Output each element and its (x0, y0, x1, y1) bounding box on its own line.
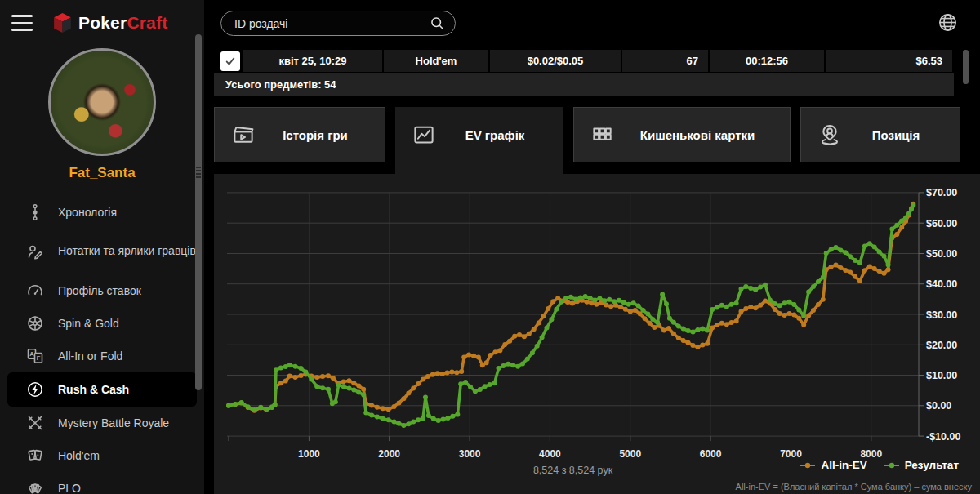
sidebar-item-label: Rush & Cash (58, 383, 129, 396)
tab-bar: Історія гриEV графікКишенькові карткиПоз… (214, 107, 970, 174)
items-total-bar: Усього предметів: 54 (214, 73, 954, 96)
svg-text:-$10.00: -$10.00 (926, 431, 960, 443)
svg-text:4000: 4000 (539, 448, 561, 460)
sidebar-item-label: Hold'em (58, 449, 100, 462)
search-icon[interactable] (429, 15, 446, 32)
sidebar-item-spin-gold[interactable]: Spin & Gold (7, 307, 197, 340)
svg-text:A: A (29, 350, 34, 358)
username: Fat_Santa (0, 165, 204, 181)
scrollbar-grip (196, 165, 201, 178)
sidebar-item-plo[interactable]: PLO (7, 472, 197, 494)
search-input[interactable] (221, 17, 429, 30)
ev-chart-panel: $70.00$60.00$50.00$40.00$30.00$20.00$10.… (214, 174, 980, 494)
svg-text:3000: 3000 (459, 448, 481, 460)
sidebar-menu: ХронологіяНотатки та ярлики гравцівПрофі… (0, 196, 204, 494)
all-in-or-fold-icon: AF (25, 346, 45, 366)
language-globe-icon[interactable] (937, 11, 959, 33)
cell-duration: 00:12:56 (710, 50, 824, 72)
timeline-icon (25, 202, 45, 222)
bet-profile-icon (25, 281, 45, 300)
sidebar-item-mystery-battle-royale[interactable]: Mystery Battle Royale (7, 407, 197, 439)
sidebar-item-all-in-or-fold[interactable]: AFAll-In or Fold (7, 340, 197, 372)
main-content: квіт 25, 10:29Hold'em$0.02/$0.056700:12:… (204, 0, 980, 494)
legend-label: Результат (905, 459, 959, 471)
game-history-icon (231, 122, 256, 147)
search-bar[interactable] (220, 11, 456, 36)
player-notes-icon (25, 242, 45, 261)
svg-text:$50.00: $50.00 (926, 248, 957, 260)
row-checkbox[interactable] (220, 51, 240, 71)
tab-position[interactable]: Позиція (800, 107, 960, 162)
sidebar-item-label: Профіль ставок (58, 284, 141, 297)
hamburger-menu-button[interactable] (11, 13, 34, 33)
spin-gold-icon (25, 314, 45, 333)
tab-game-history[interactable]: Історія гри (214, 107, 385, 162)
plo-icon (25, 478, 45, 494)
pocket-cards-icon (590, 122, 615, 147)
sidebar-item-label: Mystery Battle Royale (58, 416, 169, 429)
position-icon (817, 122, 842, 147)
cell-game-type: Hold'em (384, 50, 488, 72)
svg-text:8000: 8000 (860, 448, 882, 460)
svg-text:2000: 2000 (378, 448, 400, 460)
sidebar-item-bet-profile[interactable]: Профіль ставок (7, 274, 197, 307)
tab-pocket-cards[interactable]: Кишенькові картки (573, 107, 791, 162)
svg-text:6000: 6000 (700, 448, 722, 460)
sidebar-item-label: All-In or Fold (58, 349, 122, 363)
svg-text:$20.00: $20.00 (926, 340, 957, 351)
sidebar-item-label: Spin & Gold (58, 317, 119, 330)
tab-label: Історія гри (256, 128, 385, 142)
holdem-icon (25, 446, 45, 465)
sidebar-item-label: PLO (58, 482, 81, 494)
legend-marker (884, 461, 900, 470)
svg-text:5000: 5000 (619, 448, 641, 460)
svg-text:F: F (37, 354, 41, 362)
legend-item-all-in-ev[interactable]: All-in-EV (800, 459, 866, 471)
logo-text: PokerCraft (78, 13, 167, 33)
sidebar-header: PokerCraft (0, 0, 204, 46)
ev-formula-note: All-in-EV = (Власний капітал * Сума банк… (736, 482, 972, 492)
content-scrollbar[interactable] (963, 50, 969, 84)
sidebar-item-label: Хронологія (58, 206, 117, 219)
tab-ev-graph[interactable]: EV графік (395, 107, 564, 174)
app-root: PokerCraft Fat_Santa ХронологіяНотатки т… (0, 0, 980, 494)
mystery-battle-royale-icon (25, 413, 45, 433)
tab-label: Позиція (842, 128, 960, 142)
cell-date: квіт 25, 10:29 (243, 50, 382, 72)
svg-text:$40.00: $40.00 (926, 278, 957, 290)
cell-winnings: $6.53 (826, 50, 952, 72)
avatar[interactable] (48, 48, 156, 156)
svg-text:$70.00: $70.00 (926, 187, 957, 198)
pokercraft-logo: PokerCraft (52, 12, 167, 34)
svg-text:1000: 1000 (298, 448, 320, 460)
legend-label: All-in-EV (821, 459, 866, 471)
tab-label: Кишенькові картки (615, 128, 790, 142)
sidebar-scrollbar[interactable] (195, 34, 202, 390)
ev-graph-icon (412, 122, 436, 147)
pokercraft-cube-icon (52, 12, 73, 34)
sidebar-item-holdem[interactable]: Hold'em (7, 439, 197, 472)
svg-text:$10.00: $10.00 (926, 370, 957, 381)
ev-chart[interactable]: $70.00$60.00$50.00$40.00$30.00$20.00$10.… (214, 174, 980, 494)
tab-label: EV графік (436, 128, 564, 142)
svg-text:$0.00: $0.00 (926, 400, 951, 412)
sidebar-item-timeline[interactable]: Хронологія (7, 196, 197, 229)
legend-item-result[interactable]: Результат (884, 459, 959, 471)
cell-stakes: $0.02/$0.05 (490, 50, 621, 72)
rush-cash-icon (25, 380, 45, 399)
cell-hands: 67 (622, 50, 708, 72)
sidebar: PokerCraft Fat_Santa ХронологіяНотатки т… (0, 0, 204, 494)
svg-text:$60.00: $60.00 (926, 218, 957, 229)
chart-legend: All-in-EVРезультат (800, 459, 959, 471)
svg-text:7000: 7000 (780, 448, 802, 460)
sidebar-item-player-notes[interactable]: Нотатки та ярлики гравців (7, 229, 197, 274)
hand-history-row[interactable]: квіт 25, 10:29Hold'em$0.02/$0.056700:12:… (220, 50, 954, 72)
sidebar-item-label: Нотатки та ярлики гравців (58, 244, 196, 259)
svg-text:$30.00: $30.00 (926, 309, 957, 321)
sidebar-item-rush-cash[interactable]: Rush & Cash (7, 372, 197, 407)
legend-marker (800, 461, 816, 470)
